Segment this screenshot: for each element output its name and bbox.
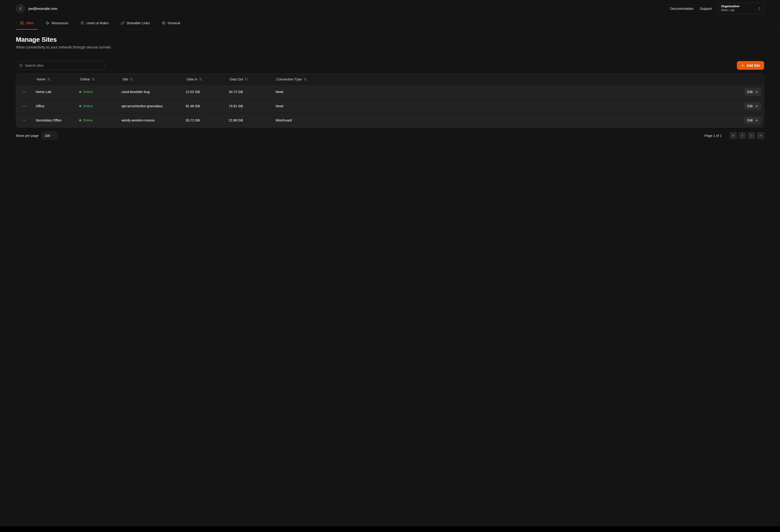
org-selector[interactable]: Organization Main Lab: [718, 3, 764, 14]
column-label: Site: [123, 78, 128, 81]
add-site-label: Add Site: [746, 64, 760, 67]
org-selector-value: Main Lab: [721, 8, 739, 12]
cell-connection-type: WireGuard: [272, 118, 732, 122]
chevron-right-icon: [750, 134, 753, 137]
tab-resources[interactable]: Resources: [42, 17, 72, 30]
sort-icon: [47, 78, 51, 81]
tab-label: Resources: [51, 21, 68, 25]
sort-icon: [199, 78, 202, 81]
app: J joe@example.com Documentation Support …: [0, 0, 780, 526]
arrow-right-icon: [754, 90, 758, 94]
ellipsis-icon: [22, 118, 26, 123]
tab-bar: Sites Resources Users & Roles Sharable L…: [0, 17, 780, 30]
online-dot: [79, 119, 81, 121]
topbar-nav: Documentation Support Organization Main …: [670, 3, 764, 14]
chevrons-right-icon: [759, 134, 762, 137]
column-label: Online: [80, 78, 90, 81]
previous-page-button[interactable]: [739, 132, 746, 139]
users-icon: [81, 21, 84, 25]
nav-documentation[interactable]: Documentation: [670, 6, 694, 10]
cell-data-in: 92.46 GB: [182, 104, 225, 108]
cell-data-in: 12.02 GB: [182, 90, 225, 94]
sort-icon: [130, 78, 133, 81]
tab-label: Users & Roles: [86, 21, 109, 25]
chevrons-left-icon: [732, 134, 735, 137]
edit-label: Edit: [747, 90, 753, 94]
column-header-name[interactable]: Name: [36, 78, 51, 81]
row-menu-button[interactable]: [21, 117, 27, 123]
table-body: Home Lab Online used-boxelder-bug 12.02 …: [16, 85, 764, 127]
online-status: Online: [83, 118, 93, 122]
tab-label: Sharable Links: [127, 21, 150, 25]
online-dot: [79, 91, 81, 93]
page-subtitle: Allow connectivity to your network throu…: [16, 45, 764, 49]
edit-button[interactable]: Edit: [744, 102, 761, 110]
waypoints-icon: [46, 21, 49, 25]
add-site-button[interactable]: Add Site: [737, 61, 764, 70]
edit-label: Edit: [747, 104, 753, 108]
edit-button[interactable]: Edit: [744, 88, 761, 96]
last-page-button[interactable]: [757, 132, 764, 139]
page-status: Page 1 of 1: [704, 134, 722, 138]
plus-icon: [741, 64, 744, 67]
user-email: joe@example.com: [29, 6, 57, 10]
column-header-site[interactable]: Site: [121, 78, 133, 81]
edit-button[interactable]: Edit: [744, 116, 761, 124]
sort-icon: [92, 78, 95, 81]
rows-per-page-select[interactable]: 100: [42, 132, 58, 139]
cell-site: apt-acrochordus-granulatus: [118, 104, 182, 108]
main-content: Manage Sites Allow connectivity to your …: [0, 36, 780, 139]
chevron-left-icon: [741, 134, 744, 137]
tab-users-roles[interactable]: Users & Roles: [76, 17, 113, 30]
table-toolbar: Add Site: [16, 61, 764, 70]
next-page-button[interactable]: [748, 132, 755, 139]
page-title: Manage Sites: [16, 36, 764, 43]
search-input[interactable]: [25, 64, 102, 67]
avatar[interactable]: J: [16, 4, 25, 13]
cell-online: Online: [76, 90, 118, 94]
user-identity: J joe@example.com: [16, 4, 57, 13]
cell-connection-type: Newt: [272, 90, 732, 94]
org-selector-label: Organization: [721, 5, 739, 8]
search-box: [16, 61, 105, 70]
tab-sites[interactable]: Sites: [16, 17, 38, 30]
column-header-data-in[interactable]: Data In: [186, 78, 202, 81]
first-page-button[interactable]: [730, 132, 737, 139]
tab-sharable-links[interactable]: Sharable Links: [116, 17, 154, 30]
ellipsis-icon: [22, 90, 26, 94]
tab-label: Sites: [26, 21, 34, 25]
table-row: Home Lab Online used-boxelder-bug 12.02 …: [16, 85, 764, 99]
cell-data-out: 73.91 GB: [225, 104, 272, 108]
column-header-data-out[interactable]: Data Out: [229, 78, 248, 81]
table-header-row: Name Online Si: [16, 74, 764, 85]
arrow-right-icon: [754, 119, 758, 122]
nav-support[interactable]: Support: [699, 6, 712, 10]
row-menu-button[interactable]: [21, 89, 27, 95]
avatar-initial: J: [19, 6, 21, 10]
cell-data-out: 22.88 GB: [225, 118, 272, 122]
table-row: Office Online apt-acrochordus-granulatus…: [16, 99, 764, 113]
column-label: Connection Type: [277, 78, 302, 81]
column-label: Data In: [187, 78, 197, 81]
column-label: Data Out: [230, 78, 243, 81]
cell-name: Office: [32, 104, 76, 108]
bottom-strip: [0, 526, 780, 532]
row-menu-button[interactable]: [21, 103, 27, 109]
arrow-right-icon: [754, 104, 758, 108]
cell-online: Online: [76, 104, 118, 108]
edit-label: Edit: [747, 118, 753, 122]
online-status: Online: [83, 90, 93, 94]
column-label: Name: [37, 78, 46, 81]
cell-site: used-boxelder-bug: [118, 90, 182, 94]
cell-name: Secondary Office: [32, 118, 76, 122]
rows-per-page-label: Rows per page: [16, 134, 39, 138]
org-selector-text: Organization Main Lab: [721, 5, 739, 12]
tab-general[interactable]: General: [158, 17, 184, 30]
cell-data-in: 33.72 GB: [182, 118, 225, 122]
cell-name: Home Lab: [32, 90, 76, 94]
tab-label: General: [167, 21, 180, 25]
column-header-online[interactable]: Online: [79, 78, 95, 81]
link-icon: [121, 21, 125, 25]
column-header-connection-type[interactable]: Connection Type: [276, 78, 307, 81]
sites-table: Name Online Si: [16, 74, 764, 128]
